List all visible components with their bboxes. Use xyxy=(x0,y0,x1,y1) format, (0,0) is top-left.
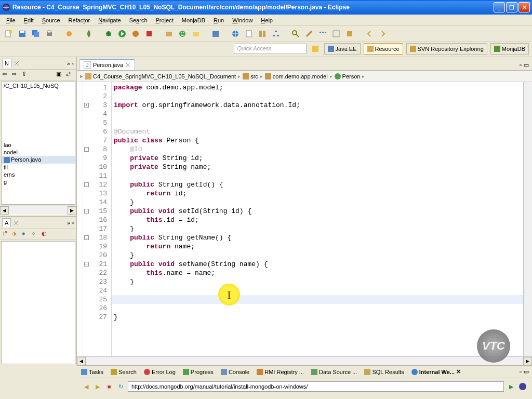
vertical-scrollbar[interactable] xyxy=(523,82,532,356)
navigator-tree[interactable]: /C_CH10_L05_NoSQ lao nodel Person.java t… xyxy=(1,82,75,205)
editor-scrollbar[interactable]: ◀▶ xyxy=(77,356,532,365)
tab-datasource[interactable]: Data Source ... xyxy=(310,368,358,376)
maximize-icon[interactable]: ▭ xyxy=(524,368,529,375)
hierarchy-button[interactable] xyxy=(270,28,282,39)
new-java-button[interactable] xyxy=(63,28,75,39)
menu-monjadb[interactable]: MonjaDB xyxy=(178,16,209,24)
breadcrumb-class[interactable]: Person xyxy=(335,73,361,79)
debug-button[interactable] xyxy=(103,28,114,39)
pin-button[interactable] xyxy=(344,28,355,39)
svn-sync-button[interactable] xyxy=(257,28,268,39)
run-last-button[interactable] xyxy=(130,28,141,39)
menu-navigate[interactable]: Navigate xyxy=(94,16,125,24)
toggle-mark-button[interactable] xyxy=(330,28,342,39)
collapse-icon[interactable]: ▣ xyxy=(56,71,64,79)
code-editor[interactable]: 123+45678–9101112–131415–161718–192021–2… xyxy=(77,82,532,356)
browser-go-icon[interactable]: ▶ xyxy=(507,382,515,391)
new-jsp-button[interactable] xyxy=(243,28,255,39)
close-icon[interactable]: ✕ xyxy=(456,368,461,375)
open-type-button[interactable] xyxy=(190,28,202,39)
perspective-svn[interactable]: SVN Repository Exploring xyxy=(406,43,487,55)
back-icon[interactable]: ⇦ xyxy=(2,71,10,79)
filter-nonpublic-icon[interactable]: ○ xyxy=(32,230,40,238)
menu-source[interactable]: Source xyxy=(38,16,64,24)
minimize-button[interactable]: _ xyxy=(494,2,505,12)
maximize-editor-icon[interactable]: ▭ xyxy=(524,62,529,69)
web-browser-button[interactable] xyxy=(230,28,241,39)
menu-window[interactable]: Window xyxy=(228,16,257,24)
run-button[interactable] xyxy=(116,28,128,39)
code-text[interactable]: package com.demo.app.model; import org.s… xyxy=(112,82,523,356)
up-icon[interactable]: ⇧ xyxy=(22,71,30,79)
save-all-button[interactable] xyxy=(30,28,42,39)
perspective-resource[interactable]: Resource xyxy=(364,43,403,55)
filter-local-icon[interactable]: ◐ xyxy=(42,230,50,238)
menu-search[interactable]: Search xyxy=(125,16,152,24)
new-button[interactable] xyxy=(3,28,15,39)
tab-error-log[interactable]: Error Log xyxy=(143,368,177,376)
browser-back-icon[interactable]: ◀ xyxy=(82,382,90,391)
tree-item[interactable]: erns xyxy=(2,171,75,178)
menu-file[interactable]: File xyxy=(2,16,20,24)
link-icon[interactable]: ⇄ xyxy=(66,71,74,79)
new-package-button[interactable] xyxy=(163,28,175,39)
breadcrumb-src[interactable]: src xyxy=(243,73,258,79)
quick-access-input[interactable]: Quick Access xyxy=(234,44,307,54)
close-icon[interactable] xyxy=(125,62,130,68)
open-perspective-button[interactable] xyxy=(310,43,321,55)
close-button[interactable]: ✕ xyxy=(518,2,530,12)
breadcrumb-package[interactable]: com.demo.app.model xyxy=(265,73,328,79)
minimize-editor-icon[interactable]: ▫ xyxy=(520,62,522,69)
browser-globe-icon[interactable] xyxy=(518,382,527,391)
outline-tab[interactable]: A xyxy=(2,218,11,227)
forward-button[interactable] xyxy=(377,28,389,39)
annotate-button[interactable] xyxy=(303,28,315,39)
editor-tab-person[interactable]: J Person.java xyxy=(79,59,135,70)
new-server-button[interactable] xyxy=(210,28,221,39)
close-icon[interactable] xyxy=(14,60,20,66)
tab-tasks[interactable]: Tasks xyxy=(80,368,104,376)
toggle-breadcrumb-button[interactable] xyxy=(317,28,328,39)
navigator-scrollbar[interactable]: ◀▶ xyxy=(0,206,76,215)
tab-rmi[interactable]: RMI Registry ... xyxy=(256,368,305,376)
tab-sql[interactable]: SQL Results xyxy=(363,368,405,376)
tab-internal-web[interactable]: Internal We... ✕ xyxy=(410,367,462,376)
back-button[interactable] xyxy=(364,28,375,39)
forward-icon[interactable]: ⇨ xyxy=(12,71,20,79)
menu-run[interactable]: Run xyxy=(209,16,228,24)
browser-forward-icon[interactable]: ▶ xyxy=(94,382,102,391)
tab-console[interactable]: Console xyxy=(220,368,250,376)
close-icon[interactable] xyxy=(13,220,19,226)
tree-item[interactable]: nodel xyxy=(2,149,75,156)
ext-tools-button[interactable] xyxy=(143,28,155,39)
project-path[interactable]: /C_CH10_L05_NoSQ xyxy=(2,82,75,89)
tree-item[interactable]: g xyxy=(2,178,75,185)
menu-refactor[interactable]: Refactor xyxy=(64,16,95,24)
filter-static-icon[interactable]: ● xyxy=(22,230,30,238)
menu-project[interactable]: Project xyxy=(152,16,178,24)
save-button[interactable] xyxy=(17,28,28,39)
sort-icon[interactable]: ↓ª xyxy=(2,230,10,238)
print-button[interactable] xyxy=(44,28,55,39)
outline-tree[interactable] xyxy=(1,241,75,364)
navigator-tab[interactable]: N xyxy=(2,59,11,68)
search-button[interactable] xyxy=(290,28,301,39)
minimize-icon[interactable]: ▫ xyxy=(520,368,522,375)
new-class-button[interactable]: C xyxy=(177,28,188,39)
minimize-icon[interactable]: ▫ xyxy=(72,60,74,66)
tree-item-selected[interactable]: Person.java xyxy=(2,156,75,164)
tree-item[interactable]: lao xyxy=(2,141,75,149)
browser-stop-icon[interactable]: ■ xyxy=(105,382,113,391)
tab-progress[interactable]: Progress xyxy=(182,368,215,376)
browser-refresh-icon[interactable]: ↻ xyxy=(116,382,125,391)
tab-search[interactable]: Search xyxy=(110,368,138,376)
browser-url-input[interactable] xyxy=(128,381,504,392)
perspective-monjadb[interactable]: MonjaDB xyxy=(490,43,529,55)
filter-fields-icon[interactable]: ⬗ xyxy=(12,230,20,238)
breadcrumb-project[interactable]: C4_Course_SpringMVC_CH10_L05_NoSQL_Docum… xyxy=(85,73,236,79)
mongo-leaf-icon[interactable] xyxy=(83,28,95,39)
menu-help[interactable]: Help xyxy=(257,16,277,24)
tree-item[interactable]: til xyxy=(2,164,75,171)
minimize-icon[interactable]: ▫ xyxy=(72,220,74,226)
perspective-java-ee[interactable]: Java EE xyxy=(324,43,361,55)
